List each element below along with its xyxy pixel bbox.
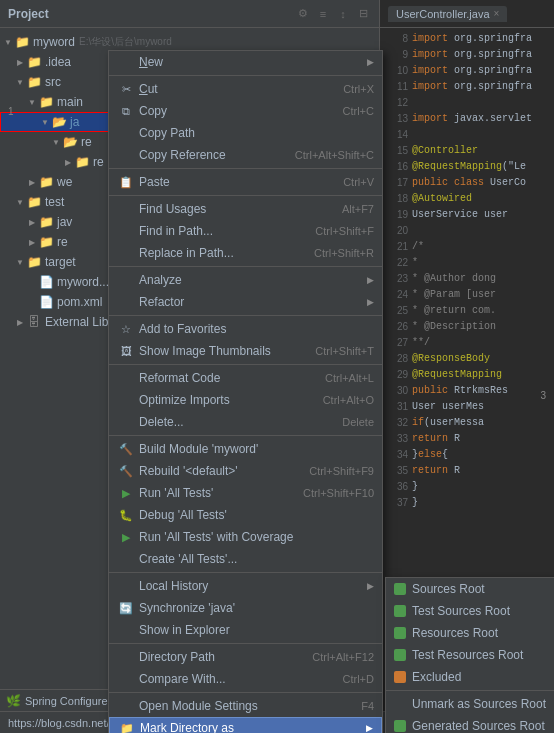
sources-root-icon bbox=[394, 583, 406, 595]
code-line: 17 public class UserCo bbox=[384, 174, 550, 190]
spring-label[interactable]: Spring Configure... bbox=[25, 695, 117, 707]
expand-arrow: ▶ bbox=[26, 236, 38, 248]
tree-label: myword... bbox=[57, 275, 109, 289]
menu-item-coverage[interactable]: ▶ Run 'All Tests' with Coverage bbox=[109, 526, 382, 548]
java-source-icon: 📂 bbox=[51, 114, 67, 130]
expand-arrow: ▼ bbox=[2, 36, 14, 48]
settings-icon[interactable]: ⚙ bbox=[295, 6, 311, 22]
folder-icon: 📁 bbox=[74, 154, 90, 170]
menu-label: Open Module Settings bbox=[139, 699, 353, 713]
submenu-item-generated[interactable]: Generated Sources Root bbox=[386, 715, 554, 733]
submenu-item-unmark[interactable]: Unmark as Sources Root bbox=[386, 693, 554, 715]
menu-item-module-settings[interactable]: Open Module Settings F4 bbox=[109, 695, 382, 717]
new-icon bbox=[117, 53, 135, 71]
menu-item-optimize[interactable]: Optimize Imports Ctrl+Alt+O bbox=[109, 389, 382, 411]
menu-label: Synchronize 'java' bbox=[139, 601, 374, 615]
submenu-arrow: ▶ bbox=[367, 581, 374, 591]
menu-item-run-tests[interactable]: ▶ Run 'All Tests' Ctrl+Shift+F10 bbox=[109, 482, 382, 504]
menu-label: Refactor bbox=[139, 295, 363, 309]
menu-label: Find in Path... bbox=[139, 224, 307, 238]
code-line: 18 @Autowired bbox=[384, 190, 550, 206]
history-icon bbox=[117, 577, 135, 595]
menu-item-mark-dir[interactable]: 📁 Mark Directory as ▶ Sources Root Test … bbox=[109, 717, 382, 733]
menu-item-local-history[interactable]: Local History ▶ bbox=[109, 575, 382, 597]
tab-usercontroller[interactable]: UserController.java × bbox=[388, 6, 507, 22]
menu-label: Mark Directory as bbox=[140, 721, 362, 733]
menu-item-explorer[interactable]: Show in Explorer bbox=[109, 619, 382, 641]
menu-item-find-path[interactable]: Find in Path... Ctrl+Shift+F bbox=[109, 220, 382, 242]
code-line: 22 * bbox=[384, 254, 550, 270]
submenu-item-test-sources[interactable]: Test Sources Root bbox=[386, 600, 554, 622]
collapse-icon[interactable]: ⊟ bbox=[355, 6, 371, 22]
separator bbox=[109, 266, 382, 267]
menu-item-copy[interactable]: ⧉ Copy Ctrl+C bbox=[109, 100, 382, 122]
favorites-icon: ☆ bbox=[117, 320, 135, 338]
menu-item-analyze[interactable]: Analyze ▶ bbox=[109, 269, 382, 291]
tree-label: re bbox=[57, 235, 68, 249]
menu-item-create-tests[interactable]: Create 'All Tests'... bbox=[109, 548, 382, 570]
menu-item-paste[interactable]: 📋 Paste Ctrl+V bbox=[109, 171, 382, 193]
tab-label: UserController.java bbox=[396, 8, 490, 20]
submenu-item-resources[interactable]: Resources Root bbox=[386, 622, 554, 644]
menu-item-debug[interactable]: 🐛 Debug 'All Tests' bbox=[109, 504, 382, 526]
tree-label: myword bbox=[33, 35, 75, 49]
delete-icon bbox=[117, 413, 135, 431]
dir-icon bbox=[117, 648, 135, 666]
menu-item-copy-ref[interactable]: Copy Reference Ctrl+Alt+Shift+C bbox=[109, 144, 382, 166]
module-icon bbox=[117, 697, 135, 715]
no-arrow bbox=[26, 276, 38, 288]
menu-item-delete[interactable]: Delete... Delete bbox=[109, 411, 382, 433]
menu-item-copy-path[interactable]: Copy Path bbox=[109, 122, 382, 144]
separator bbox=[109, 168, 382, 169]
expand-arrow: ▼ bbox=[26, 96, 38, 108]
tree-label: jav bbox=[57, 215, 72, 229]
tree-label: ja bbox=[70, 115, 79, 129]
code-line: 12 bbox=[384, 94, 550, 110]
code-line: 31 User userMes bbox=[384, 398, 550, 414]
tree-label: pom.xml bbox=[57, 295, 102, 309]
folder-icon: 📁 bbox=[38, 234, 54, 250]
menu-item-replace-path[interactable]: Replace in Path... Ctrl+Shift+R bbox=[109, 242, 382, 264]
code-line: 11 import org.springfra bbox=[384, 78, 550, 94]
menu-item-thumbnails[interactable]: 🖼 Show Image Thumbnails Ctrl+Shift+T bbox=[109, 340, 382, 362]
menu-item-favorites[interactable]: ☆ Add to Favorites bbox=[109, 318, 382, 340]
expand-arrow: ▼ bbox=[14, 256, 26, 268]
sort-icon[interactable]: ≡ bbox=[315, 6, 331, 22]
expand-arrow: ▼ bbox=[14, 76, 26, 88]
panel-icons: ⚙ ≡ ↕ ⊟ bbox=[295, 6, 371, 22]
folder-icon: 📁 bbox=[26, 254, 42, 270]
menu-item-refactor[interactable]: Refactor ▶ bbox=[109, 291, 382, 313]
menu-item-dir-path[interactable]: Directory Path Ctrl+Alt+F12 bbox=[109, 646, 382, 668]
folder-icon: 📁 bbox=[38, 174, 54, 190]
shortcut: Ctrl+X bbox=[343, 83, 374, 95]
menu-item-reformat[interactable]: Reformat Code Ctrl+Alt+L bbox=[109, 367, 382, 389]
submenu-label: Test Resources Root bbox=[412, 648, 523, 662]
menu-item-sync[interactable]: 🔄 Synchronize 'java' bbox=[109, 597, 382, 619]
menu-item-find-usages[interactable]: Find Usages Alt+F7 bbox=[109, 198, 382, 220]
shortcut: Delete bbox=[342, 416, 374, 428]
menu-item-compare[interactable]: Compare With... Ctrl+D bbox=[109, 668, 382, 690]
expand-icon[interactable]: ↕ bbox=[335, 6, 351, 22]
expand-arrow: ▶ bbox=[62, 156, 74, 168]
menu-item-cut[interactable]: ✂ Cut Ctrl+X bbox=[109, 78, 382, 100]
run-icon: ▶ bbox=[117, 484, 135, 502]
tree-label: main bbox=[57, 95, 83, 109]
context-menu: New ▶ ✂ Cut Ctrl+X ⧉ Copy Ctrl+C Copy Pa… bbox=[108, 50, 383, 733]
submenu-item-excluded[interactable]: Excluded bbox=[386, 666, 554, 688]
lib-icon: 🗄 bbox=[26, 314, 42, 330]
menu-label: Run 'All Tests' with Coverage bbox=[139, 530, 374, 544]
tab-close-button[interactable]: × bbox=[494, 8, 500, 19]
menu-label: Run 'All Tests' bbox=[139, 486, 295, 500]
submenu-item-sources[interactable]: Sources Root bbox=[386, 578, 554, 600]
menu-item-new[interactable]: New ▶ bbox=[109, 51, 382, 73]
submenu-item-test-resources[interactable]: Test Resources Root bbox=[386, 644, 554, 666]
tree-item-myword[interactable]: ▼ 📁 myword E:\华设\后台\myword bbox=[0, 32, 379, 52]
code-line: 33 return R bbox=[384, 430, 550, 446]
menu-item-build[interactable]: 🔨 Build Module 'myword' bbox=[109, 438, 382, 460]
shortcut: Ctrl+Alt+F12 bbox=[312, 651, 374, 663]
expand-arrow: ▼ bbox=[39, 116, 51, 128]
menu-item-rebuild[interactable]: 🔨 Rebuild '<default>' Ctrl+Shift+F9 bbox=[109, 460, 382, 482]
copy-icon: ⧉ bbox=[117, 102, 135, 120]
menu-label: Create 'All Tests'... bbox=[139, 552, 374, 566]
compare-icon bbox=[117, 670, 135, 688]
